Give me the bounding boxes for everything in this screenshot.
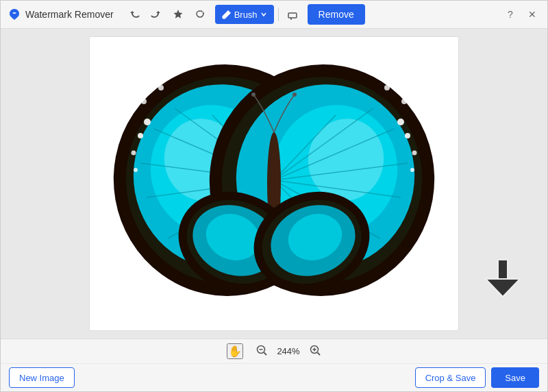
brush-icon	[222, 10, 232, 19]
eraser-button[interactable]	[283, 5, 302, 24]
svg-point-16	[132, 151, 136, 156]
window-controls: ? ✕	[502, 6, 540, 23]
redo-icon	[151, 9, 162, 20]
close-button[interactable]: ✕	[524, 6, 540, 23]
chevron-down-icon	[260, 11, 267, 18]
main-canvas	[1, 29, 547, 339]
save-label: Save	[505, 373, 525, 383]
svg-rect-49	[498, 260, 508, 279]
svg-rect-0	[288, 13, 297, 18]
bottom-section: ✋ 244% New Image Crop & Save	[1, 339, 547, 391]
help-button[interactable]: ?	[502, 6, 519, 23]
lasso-icon	[195, 9, 206, 20]
pin-icon	[173, 9, 184, 20]
remove-button[interactable]: Remove	[308, 4, 365, 25]
help-icon: ?	[508, 9, 513, 20]
brush-button[interactable]: Brush	[215, 5, 274, 24]
svg-point-19	[158, 85, 164, 90]
crop-save-label: Crop & Save	[425, 373, 476, 383]
toolbar-separator	[278, 8, 279, 21]
svg-point-39	[251, 93, 256, 97]
svg-point-37	[384, 85, 390, 90]
svg-point-18	[141, 99, 147, 104]
svg-point-33	[405, 133, 410, 138]
zoom-out-button[interactable]	[256, 344, 268, 359]
brush-label: Brush	[234, 10, 258, 20]
svg-point-17	[134, 168, 138, 172]
svg-point-15	[138, 133, 143, 138]
svg-line-53	[264, 352, 267, 355]
zoom-in-button[interactable]	[309, 344, 321, 359]
redo-button[interactable]	[147, 5, 166, 24]
save-button[interactable]: Save	[491, 367, 539, 388]
download-arrow	[486, 260, 520, 297]
svg-point-36	[401, 99, 407, 104]
app-title: Watermark Remover	[25, 9, 114, 20]
svg-point-35	[410, 168, 414, 172]
hand-tool-button[interactable]: ✋	[227, 343, 243, 359]
svg-point-32	[397, 119, 404, 125]
undo-button[interactable]	[125, 5, 144, 24]
titlebar: Watermark Remover	[1, 1, 547, 29]
pin-button[interactable]	[169, 5, 188, 24]
zoom-value: 244%	[275, 346, 302, 356]
svg-line-57	[318, 352, 321, 355]
eraser-icon	[287, 9, 298, 20]
undo-icon	[129, 9, 140, 20]
lasso-button[interactable]	[190, 5, 210, 24]
image-container	[89, 36, 459, 331]
close-icon: ✕	[528, 9, 536, 20]
svg-marker-50	[486, 279, 520, 297]
svg-point-14	[144, 119, 151, 125]
svg-point-40	[292, 93, 297, 97]
download-arrow-icon	[486, 260, 520, 297]
zoom-bar: ✋ 244%	[1, 339, 547, 364]
new-image-button[interactable]: New Image	[9, 367, 75, 388]
zoom-in-icon	[309, 344, 321, 356]
butterfly-image	[106, 47, 442, 321]
svg-point-34	[412, 151, 417, 156]
footer-bar: New Image Crop & Save Save	[1, 364, 547, 391]
zoom-out-icon	[256, 344, 268, 356]
remove-label: Remove	[319, 9, 354, 20]
app-logo-icon	[8, 8, 21, 21]
new-image-label: New Image	[19, 373, 64, 383]
toolbar-icons	[125, 5, 210, 24]
crop-save-button[interactable]: Crop & Save	[415, 367, 486, 388]
